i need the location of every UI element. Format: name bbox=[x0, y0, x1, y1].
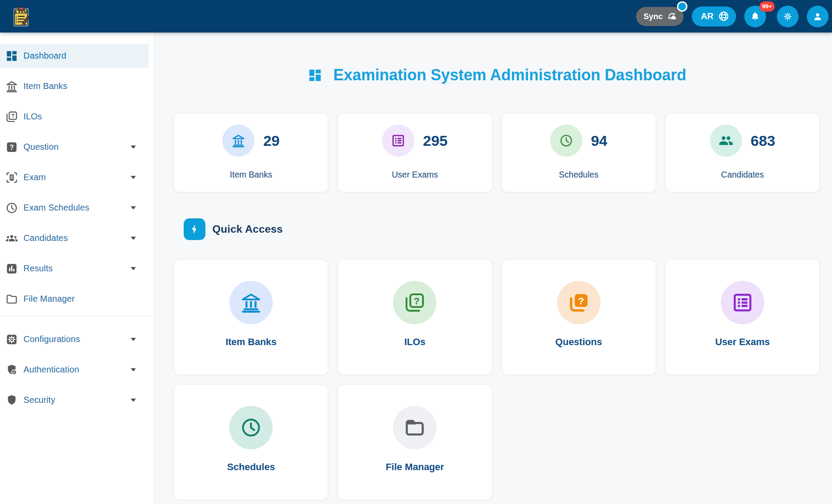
quick-access-card-item-banks[interactable]: Item Banks bbox=[174, 259, 328, 375]
profile-button[interactable] bbox=[807, 6, 829, 27]
sync-button[interactable]: Sync bbox=[636, 7, 683, 26]
quick-access-card-file-manager[interactable]: File Manager bbox=[337, 384, 492, 500]
quick-access-card-ilos[interactable]: ILOs bbox=[337, 259, 492, 375]
stat-value: 94 bbox=[591, 132, 607, 149]
dashboard-grid-icon bbox=[5, 49, 18, 63]
person-icon bbox=[812, 11, 823, 22]
chevron-down-icon bbox=[130, 145, 136, 149]
sidebar-item-label: Item Banks bbox=[23, 81, 67, 91]
sidebar-item-label: Question bbox=[23, 142, 59, 152]
sidebar-item-question[interactable]: Question bbox=[0, 135, 149, 159]
folder-icon bbox=[5, 293, 18, 306]
sidebar-item-configurations[interactable]: Configurations bbox=[0, 327, 149, 351]
bank-icon bbox=[5, 80, 18, 93]
clock-icon bbox=[5, 201, 18, 214]
ballot-icon bbox=[721, 281, 764, 324]
sidebar-item-file-manager[interactable]: File Manager bbox=[0, 287, 149, 311]
svg-text:EXAM: EXAM bbox=[15, 10, 27, 14]
sidebar-item-item-banks[interactable]: Item Banks bbox=[0, 74, 149, 98]
stat-card-item-banks[interactable]: 29 Item Banks bbox=[174, 113, 328, 192]
language-button-label: AR bbox=[701, 11, 713, 21]
stat-label: Candidates bbox=[721, 170, 764, 180]
sidebar-item-security[interactable]: Security bbox=[0, 388, 149, 412]
sync-status-dot bbox=[677, 1, 687, 12]
stat-card-row: 94 bbox=[550, 125, 607, 157]
stat-label: Schedules bbox=[559, 170, 598, 180]
chevron-down-icon bbox=[130, 175, 136, 179]
globe-icon bbox=[718, 10, 730, 22]
sidebar-item-exam-schedules[interactable]: Exam Schedules bbox=[0, 196, 149, 220]
stacked-question-icon bbox=[393, 281, 436, 324]
sidebar-item-exam[interactable]: Exam bbox=[0, 165, 149, 189]
notifications-button[interactable]: 99+ bbox=[744, 6, 766, 27]
clock-icon bbox=[550, 125, 582, 157]
page-title: Examination System Administration Dashbo… bbox=[333, 66, 687, 84]
quick-access-card-label: File Manager bbox=[386, 461, 444, 473]
quick-access-card-label: Schedules bbox=[227, 461, 275, 473]
exam-scan-icon bbox=[5, 171, 18, 184]
sidebar-item-label: Configurations bbox=[23, 334, 80, 344]
chevron-down-icon bbox=[130, 337, 136, 341]
stat-card-row: 295 bbox=[382, 125, 448, 157]
bolt-icon bbox=[184, 218, 205, 240]
people-icon bbox=[5, 232, 18, 245]
svg-text:3: 3 bbox=[16, 20, 17, 23]
sidebar-item-results[interactable]: Results bbox=[0, 257, 149, 280]
stacked-question-icon bbox=[5, 110, 18, 123]
page-title-row: Examination System Administration Dashbo… bbox=[174, 66, 820, 84]
stat-value: 683 bbox=[751, 132, 776, 149]
sidebar-item-candidates[interactable]: Candidates bbox=[0, 226, 149, 250]
clock-icon bbox=[229, 406, 273, 449]
theme-toggle-button[interactable] bbox=[777, 6, 799, 27]
language-button[interactable]: AR bbox=[692, 7, 736, 26]
question-square-icon bbox=[5, 141, 18, 154]
quick-access-grid: Item Banks ILOs Questions User Exams Sch… bbox=[174, 259, 820, 500]
people-icon bbox=[710, 125, 742, 157]
shield-user-icon bbox=[5, 363, 18, 376]
app-logo-exam-clipboard[interactable]: EXAM 1 2 3 bbox=[10, 6, 32, 27]
bell-icon bbox=[749, 11, 761, 22]
quick-access-card-label: Questions bbox=[555, 336, 602, 348]
chevron-down-icon bbox=[130, 398, 136, 402]
sidebar-item-authentication[interactable]: Authentication bbox=[0, 358, 149, 382]
sidebar-item-dashboard[interactable]: Dashboard bbox=[0, 44, 149, 68]
sun-icon bbox=[782, 11, 793, 22]
sidebar: Dashboard Item Banks ILOs Question Exam … bbox=[0, 33, 154, 504]
quick-access-header: Quick Access bbox=[184, 218, 820, 240]
quick-access-card-questions[interactable]: Questions bbox=[502, 259, 656, 375]
sidebar-item-label: Exam bbox=[23, 172, 46, 182]
chevron-down-icon bbox=[130, 267, 136, 270]
stat-card-schedules[interactable]: 94 Schedules bbox=[502, 113, 656, 192]
chevron-down-icon bbox=[130, 368, 136, 372]
stat-value: 29 bbox=[263, 132, 280, 149]
stat-card-candidates[interactable]: 683 Candidates bbox=[665, 113, 820, 192]
quick-access-card-label: Item Banks bbox=[225, 336, 276, 348]
quick-access-card-label: User Exams bbox=[715, 336, 770, 348]
sidebar-item-ilos[interactable]: ILOs bbox=[0, 105, 149, 128]
sidebar-item-label: Exam Schedules bbox=[23, 203, 89, 213]
question-stack-icon bbox=[557, 281, 601, 324]
sidebar-item-label: Candidates bbox=[23, 233, 68, 243]
quick-access-card-schedules[interactable]: Schedules bbox=[174, 384, 328, 500]
navbar-actions: Sync AR 99+ bbox=[636, 6, 829, 27]
stat-card-user-exams[interactable]: 295 User Exams bbox=[337, 113, 492, 192]
main-content: Examination System Administration Dashbo… bbox=[154, 33, 832, 504]
sidebar-item-label: Dashboard bbox=[23, 51, 66, 61]
dashboard-grid-icon bbox=[307, 68, 323, 83]
sidebar-item-label: ILOs bbox=[23, 112, 42, 122]
gear-icon bbox=[5, 333, 18, 346]
sidebar-item-label: File Manager bbox=[23, 294, 75, 304]
sidebar-item-label: Security bbox=[23, 395, 55, 405]
stat-label: User Exams bbox=[392, 170, 438, 180]
chevron-down-icon bbox=[130, 236, 136, 240]
sidebar-divider bbox=[0, 316, 150, 316]
quick-access-card-user-exams[interactable]: User Exams bbox=[665, 259, 820, 375]
bar-chart-icon bbox=[5, 262, 18, 275]
quick-access-title: Quick Access bbox=[212, 223, 283, 235]
notifications-badge: 99+ bbox=[759, 1, 775, 12]
bank-icon bbox=[222, 125, 254, 157]
stats-grid: 29 Item Banks 295 User Exams 94 Schedule… bbox=[174, 113, 820, 192]
ballot-icon bbox=[382, 125, 414, 157]
bank-icon bbox=[229, 281, 273, 324]
shield-icon bbox=[5, 394, 18, 407]
